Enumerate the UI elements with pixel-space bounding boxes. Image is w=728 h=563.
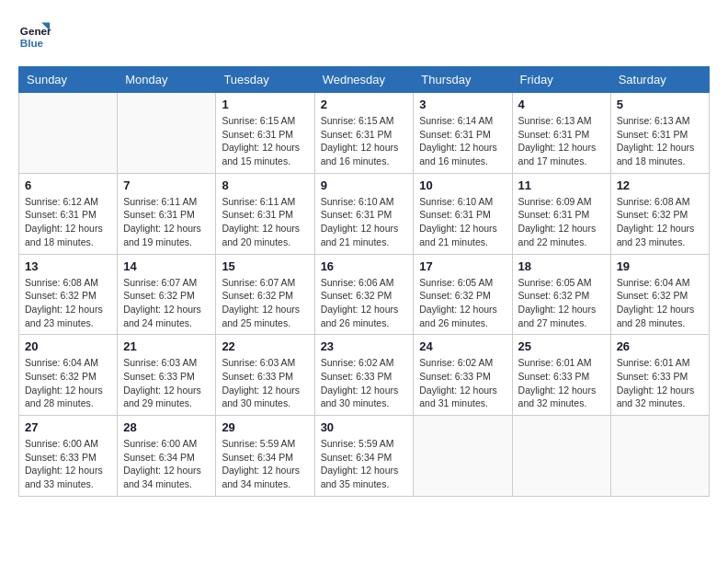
svg-text:Blue: Blue — [20, 37, 44, 49]
day-number: 5 — [617, 98, 703, 111]
day-number: 26 — [617, 339, 703, 353]
day-number: 13 — [25, 259, 111, 273]
calendar-cell: 26Sunrise: 6:01 AMSunset: 6:33 PMDayligh… — [610, 335, 709, 416]
day-info: Sunrise: 6:15 AMSunset: 6:31 PMDaylight:… — [222, 114, 308, 168]
calendar-cell: 7Sunrise: 6:11 AMSunset: 6:31 PMDaylight… — [118, 173, 216, 254]
logo: General Blue — [18, 18, 51, 52]
day-number: 6 — [25, 178, 111, 192]
day-info: Sunrise: 6:15 AMSunset: 6:31 PMDaylight:… — [321, 114, 408, 168]
calendar-cell — [118, 93, 216, 174]
day-number: 11 — [518, 178, 605, 192]
day-info: Sunrise: 6:13 AMSunset: 6:31 PMDaylight:… — [617, 114, 703, 168]
day-number: 22 — [222, 339, 308, 353]
day-number: 10 — [419, 178, 506, 192]
calendar-cell: 24Sunrise: 6:02 AMSunset: 6:33 PMDayligh… — [414, 335, 512, 416]
calendar-week-row: 6Sunrise: 6:12 AMSunset: 6:31 PMDaylight… — [19, 173, 710, 254]
weekday-header-friday: Friday — [512, 67, 610, 93]
calendar-table: SundayMondayTuesdayWednesdayThursdayFrid… — [18, 66, 710, 497]
day-info: Sunrise: 5:59 AMSunset: 6:34 PMDaylight:… — [321, 437, 408, 491]
page-header: General Blue — [18, 18, 710, 52]
day-number: 25 — [518, 339, 605, 353]
calendar-cell: 18Sunrise: 6:05 AMSunset: 6:32 PMDayligh… — [512, 254, 610, 335]
calendar-cell — [414, 416, 512, 497]
day-info: Sunrise: 6:11 AMSunset: 6:31 PMDaylight:… — [222, 195, 308, 249]
day-info: Sunrise: 6:08 AMSunset: 6:32 PMDaylight:… — [617, 195, 703, 249]
calendar-cell: 16Sunrise: 6:06 AMSunset: 6:32 PMDayligh… — [314, 254, 414, 335]
weekday-header-row: SundayMondayTuesdayWednesdayThursdayFrid… — [19, 67, 710, 93]
day-info: Sunrise: 6:08 AMSunset: 6:32 PMDaylight:… — [25, 276, 111, 330]
day-number: 24 — [419, 339, 506, 353]
weekday-header-monday: Monday — [118, 67, 216, 93]
day-number: 4 — [518, 98, 605, 111]
calendar-cell: 25Sunrise: 6:01 AMSunset: 6:33 PMDayligh… — [512, 335, 610, 416]
calendar-cell — [19, 93, 118, 174]
day-info: Sunrise: 6:05 AMSunset: 6:32 PMDaylight:… — [518, 276, 605, 330]
calendar-cell: 10Sunrise: 6:10 AMSunset: 6:31 PMDayligh… — [414, 173, 512, 254]
calendar-cell: 8Sunrise: 6:11 AMSunset: 6:31 PMDaylight… — [216, 173, 314, 254]
day-info: Sunrise: 6:11 AMSunset: 6:31 PMDaylight:… — [123, 195, 210, 249]
calendar-week-row: 27Sunrise: 6:00 AMSunset: 6:33 PMDayligh… — [19, 416, 710, 497]
calendar-cell: 2Sunrise: 6:15 AMSunset: 6:31 PMDaylight… — [314, 93, 414, 174]
weekday-header-saturday: Saturday — [610, 67, 709, 93]
day-number: 20 — [25, 339, 111, 353]
calendar-cell: 20Sunrise: 6:04 AMSunset: 6:32 PMDayligh… — [19, 335, 118, 416]
weekday-header-tuesday: Tuesday — [216, 67, 314, 93]
day-info: Sunrise: 6:10 AMSunset: 6:31 PMDaylight:… — [321, 195, 408, 249]
calendar-cell — [512, 416, 610, 497]
calendar-cell: 19Sunrise: 6:04 AMSunset: 6:32 PMDayligh… — [610, 254, 709, 335]
day-number: 14 — [123, 259, 210, 273]
weekday-header-thursday: Thursday — [414, 67, 512, 93]
day-number: 29 — [222, 420, 308, 434]
day-number: 15 — [222, 259, 308, 273]
calendar-cell: 1Sunrise: 6:15 AMSunset: 6:31 PMDaylight… — [216, 93, 314, 174]
day-info: Sunrise: 6:09 AMSunset: 6:31 PMDaylight:… — [518, 195, 605, 249]
calendar-week-row: 1Sunrise: 6:15 AMSunset: 6:31 PMDaylight… — [19, 93, 710, 174]
calendar-week-row: 13Sunrise: 6:08 AMSunset: 6:32 PMDayligh… — [19, 254, 710, 335]
calendar-cell: 5Sunrise: 6:13 AMSunset: 6:31 PMDaylight… — [610, 93, 709, 174]
day-number: 28 — [123, 420, 210, 434]
logo-icon: General Blue — [18, 18, 51, 52]
day-number: 16 — [321, 259, 408, 273]
calendar-cell: 15Sunrise: 6:07 AMSunset: 6:32 PMDayligh… — [216, 254, 314, 335]
day-info: Sunrise: 6:10 AMSunset: 6:31 PMDaylight:… — [419, 195, 506, 249]
calendar-cell: 13Sunrise: 6:08 AMSunset: 6:32 PMDayligh… — [19, 254, 118, 335]
calendar-week-row: 20Sunrise: 6:04 AMSunset: 6:32 PMDayligh… — [19, 335, 710, 416]
day-info: Sunrise: 5:59 AMSunset: 6:34 PMDaylight:… — [222, 437, 308, 491]
weekday-header-sunday: Sunday — [19, 67, 118, 93]
calendar-cell: 22Sunrise: 6:03 AMSunset: 6:33 PMDayligh… — [216, 335, 314, 416]
day-number: 12 — [617, 178, 703, 192]
calendar-cell: 30Sunrise: 5:59 AMSunset: 6:34 PMDayligh… — [314, 416, 414, 497]
day-info: Sunrise: 6:00 AMSunset: 6:34 PMDaylight:… — [123, 437, 210, 491]
calendar-cell: 29Sunrise: 5:59 AMSunset: 6:34 PMDayligh… — [216, 416, 314, 497]
day-number: 1 — [222, 98, 308, 111]
day-info: Sunrise: 6:02 AMSunset: 6:33 PMDaylight:… — [321, 356, 408, 410]
calendar-cell: 12Sunrise: 6:08 AMSunset: 6:32 PMDayligh… — [610, 173, 709, 254]
day-info: Sunrise: 6:03 AMSunset: 6:33 PMDaylight:… — [123, 356, 210, 410]
day-info: Sunrise: 6:12 AMSunset: 6:31 PMDaylight:… — [25, 195, 111, 249]
calendar-cell: 28Sunrise: 6:00 AMSunset: 6:34 PMDayligh… — [118, 416, 216, 497]
day-info: Sunrise: 6:13 AMSunset: 6:31 PMDaylight:… — [518, 114, 605, 168]
day-number: 17 — [419, 259, 506, 273]
day-info: Sunrise: 6:00 AMSunset: 6:33 PMDaylight:… — [25, 437, 111, 491]
day-number: 8 — [222, 178, 308, 192]
calendar-cell: 21Sunrise: 6:03 AMSunset: 6:33 PMDayligh… — [118, 335, 216, 416]
day-number: 30 — [321, 420, 408, 434]
day-info: Sunrise: 6:04 AMSunset: 6:32 PMDaylight:… — [617, 276, 703, 330]
day-number: 27 — [25, 420, 111, 434]
day-number: 7 — [123, 178, 210, 192]
calendar-cell — [610, 416, 709, 497]
day-number: 21 — [123, 339, 210, 353]
day-info: Sunrise: 6:06 AMSunset: 6:32 PMDaylight:… — [321, 276, 408, 330]
day-info: Sunrise: 6:02 AMSunset: 6:33 PMDaylight:… — [419, 356, 506, 410]
calendar-cell: 4Sunrise: 6:13 AMSunset: 6:31 PMDaylight… — [512, 93, 610, 174]
day-number: 3 — [419, 98, 506, 111]
day-info: Sunrise: 6:05 AMSunset: 6:32 PMDaylight:… — [419, 276, 506, 330]
weekday-header-wednesday: Wednesday — [314, 67, 414, 93]
day-info: Sunrise: 6:07 AMSunset: 6:32 PMDaylight:… — [222, 276, 308, 330]
calendar-cell: 27Sunrise: 6:00 AMSunset: 6:33 PMDayligh… — [19, 416, 118, 497]
day-number: 18 — [518, 259, 605, 273]
calendar-cell: 17Sunrise: 6:05 AMSunset: 6:32 PMDayligh… — [414, 254, 512, 335]
day-number: 23 — [321, 339, 408, 353]
day-number: 2 — [321, 98, 408, 111]
day-info: Sunrise: 6:14 AMSunset: 6:31 PMDaylight:… — [419, 114, 506, 168]
